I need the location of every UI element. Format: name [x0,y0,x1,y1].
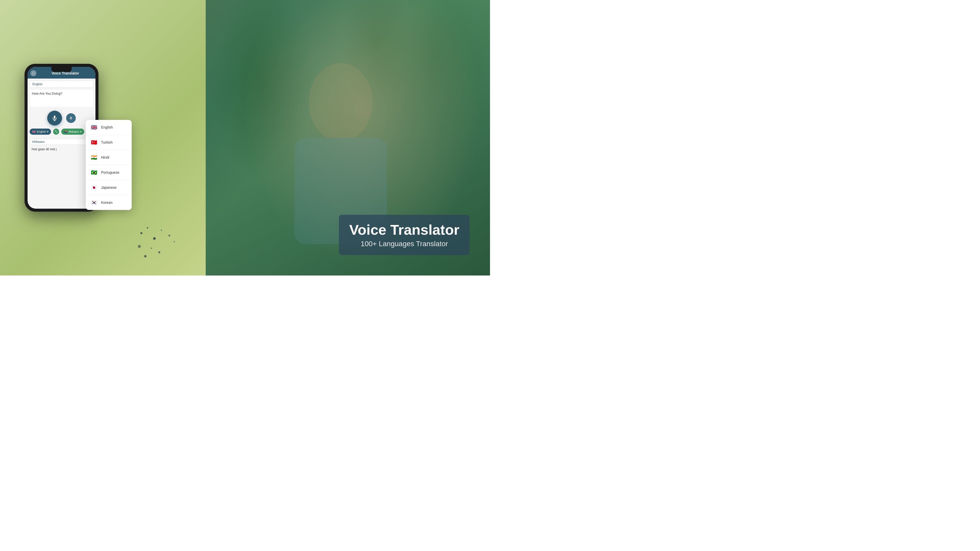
promo-title: Voice Translator [349,222,460,238]
hindi-flag-icon: 🇮🇳 [90,153,98,162]
portuguese-label: Portuguese [101,170,119,175]
language-dropdown: 🇬🇧 English 🇹🇷 Turkish 🇮🇳 Hindi 🇧🇷 Portug… [86,120,132,210]
source-text[interactable]: How Are You Doing? [30,89,94,107]
mic-small-button[interactable] [66,113,76,123]
english-flag-icon: 🇬🇧 [90,123,98,131]
swap-button[interactable] [53,129,59,135]
lang-item-korean[interactable]: 🇰🇷 Korean [86,195,132,210]
source-lang-label[interactable]: English [30,81,94,88]
lang-item-hindi[interactable]: 🇮🇳 Hindi [86,150,132,165]
turkish-flag-icon: 🇹🇷 [90,138,98,146]
source-lang-button[interactable]: 🇬🇧 English ▾ [30,129,51,135]
phone-screen: Voice Translator English How Are You Doi… [27,67,95,209]
korean-flag-icon: 🇰🇷 [90,198,98,206]
svg-rect-8 [70,117,72,118]
korean-label: Korean [101,200,113,205]
english-label: English [101,125,113,129]
target-lang-button[interactable]: 🇿🇦 Afrikaans ▾ [61,129,84,135]
promo-subtitle: 100+ Languages Translator [349,240,460,248]
phone-container: Voice Translator English How Are You Doi… [24,64,99,212]
portuguese-flag-icon: 🇧🇷 [90,168,98,176]
uk-flag-icon: 🇬🇧 [32,130,36,133]
dropdown-arrow-icon: ▾ [47,130,48,133]
svg-point-0 [309,63,373,141]
dropdown-arrow2-icon: ▾ [80,130,82,133]
hindi-label: Hindi [101,156,109,159]
mic-large-button[interactable] [47,111,62,125]
target-lang-label[interactable]: Afrikaans [30,139,94,145]
sa-flag-icon: 🇿🇦 [64,130,67,133]
turkish-label: Turkish [101,140,113,144]
translated-text: Hoe gaan dit met j [30,146,94,152]
lang-item-turkish[interactable]: 🇹🇷 Turkish [86,135,132,150]
lang-item-japanese[interactable]: 🇯🇵 Japanese [86,180,132,195]
source-lang-text: English [37,130,46,133]
promo-panel: Voice Translator 100+ Languages Translat… [339,215,469,255]
phone-notch [51,67,72,72]
mic-row [27,109,95,127]
target-lang-text: Afrikaans [68,130,79,133]
japanese-label: Japanese [101,186,117,189]
japanese-flag-icon: 🇯🇵 [90,183,98,192]
lang-item-portuguese[interactable]: 🇧🇷 Portuguese [86,165,132,180]
lang-item-english[interactable]: 🇬🇧 English [86,120,132,135]
app-icon [30,70,36,76]
svg-rect-5 [54,116,56,119]
